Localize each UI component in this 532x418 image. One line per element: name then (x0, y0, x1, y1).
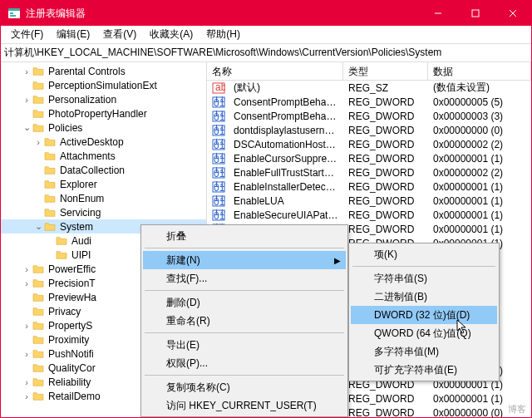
value-data: 0x00000001 (1) (428, 224, 531, 235)
value-type: REG_DWORD (343, 96, 428, 108)
list-row[interactable]: 110011ConsentPromptBehavi...REG_DWORD0x0… (207, 95, 531, 109)
menu-edit[interactable]: 编辑(E) (50, 26, 96, 43)
tree-item[interactable]: PhotoPropertyHandler (1, 106, 206, 120)
collapse-icon[interactable]: ⌄ (21, 122, 32, 133)
ctx-new-key[interactable]: 项(K) (351, 245, 497, 263)
folder-icon (32, 391, 46, 402)
tree-item[interactable]: Attachments (1, 149, 206, 163)
ctx-rename[interactable]: 重命名(R) (143, 312, 346, 330)
expand-icon[interactable]: › (21, 391, 32, 401)
tree-label: Privacy (48, 306, 81, 317)
svg-text:011: 011 (214, 111, 225, 122)
value-type: REG_DWORD (343, 209, 428, 221)
close-button[interactable] (494, 1, 531, 26)
content-area: ›Parental ControlsPerceptionSimulationEx… (1, 62, 531, 417)
minimize-button[interactable] (419, 1, 456, 26)
expand-icon[interactable]: › (21, 264, 32, 274)
ctx-new-binary[interactable]: 二进制值(B) (351, 288, 497, 306)
expand-icon[interactable]: › (21, 349, 32, 359)
ctx-export[interactable]: 导出(E) (143, 336, 346, 354)
registry-editor-window: 注册表编辑器 文件(F) 编辑(E) 查看(V) 收藏夹(A) 帮助(H) 计算… (0, 0, 532, 418)
value-name: EnableInstallerDetection (229, 181, 343, 193)
value-name: ConsentPromptBehavi... (229, 96, 343, 108)
tree-label: PerceptionSimulationExt (48, 80, 157, 91)
binary-value-icon: 110011 (212, 195, 225, 207)
list-row[interactable]: 110011EnableSecureUIAPathsREG_DWORD0x000… (207, 208, 531, 222)
list-row[interactable]: 110011DSCAutomationHostEn...REG_DWORD0x0… (207, 137, 531, 151)
value-type: REG_SZ (343, 82, 428, 94)
menu-favorites[interactable]: 收藏夹(A) (143, 26, 200, 43)
ctx-new-qword[interactable]: QWORD (64 位)值(Q) (351, 324, 497, 342)
titlebar[interactable]: 注册表编辑器 (1, 1, 531, 26)
tree-item[interactable]: ›ActiveDesktop (1, 135, 206, 149)
value-type: REG_DWORD (343, 393, 428, 405)
list-row[interactable]: 110011dontdisplaylastuserna...REG_DWORD0… (207, 123, 531, 137)
tree-label: Reliability (48, 376, 91, 388)
list-row[interactable]: ab(默认)REG_SZ(数值未设置) (207, 81, 531, 95)
binary-value-icon: 110011 (212, 167, 225, 179)
ctx-new[interactable]: 新建(N)▶ (143, 251, 346, 269)
tree-label: PrecisionT (48, 278, 96, 289)
svg-rect-1 (8, 8, 20, 11)
tree-item[interactable]: Servicing (1, 205, 206, 219)
folder-icon (44, 221, 57, 233)
menu-view[interactable]: 查看(V) (96, 26, 143, 43)
ctx-new-dword[interactable]: DWORD (32 位)值(D) (351, 306, 497, 324)
expand-icon[interactable]: › (21, 377, 32, 387)
tree-item[interactable]: ›Personalization (1, 92, 206, 106)
ctx-new-string[interactable]: 字符串值(S) (351, 269, 497, 288)
value-type: REG_DWORD (343, 407, 428, 418)
tree-item[interactable]: PerceptionSimulationExt (1, 78, 206, 92)
folder-icon (32, 94, 46, 106)
list-row[interactable]: 110011EnableFullTrustStartup...REG_DWORD… (207, 165, 531, 179)
value-type: REG_DWORD (343, 167, 428, 179)
ctx-goto-hkcu[interactable]: 访问 HKEY_CURRENT_USER(T) (143, 396, 346, 415)
list-row[interactable]: 110011EnableLUAREG_DWORD0x00000001 (1) (207, 194, 531, 208)
binary-value-icon: 110011 (212, 181, 225, 193)
col-name[interactable]: 名称 (207, 62, 343, 80)
address-value: 计算机\HKEY_LOCAL_MACHINE\SOFTWARE\Microsof… (4, 46, 441, 60)
ctx-collapse[interactable]: 折叠 (143, 227, 346, 245)
folder-icon (32, 320, 46, 332)
value-data: 0x00000002 (2) (428, 139, 531, 150)
tree-label: Parental Controls (48, 66, 126, 77)
tree-item[interactable]: Explorer (1, 177, 206, 191)
ctx-permissions[interactable]: 权限(P)... (143, 354, 346, 372)
ctx-delete[interactable]: 删除(D) (143, 293, 346, 312)
folder-icon (32, 122, 46, 134)
svg-text:011: 011 (214, 140, 225, 150)
tree-item[interactable]: NonEnum (1, 191, 206, 205)
ctx-new-expandstring[interactable]: 可扩充字符串值(E) (351, 361, 497, 379)
folder-icon (44, 150, 57, 162)
folder-icon (32, 362, 46, 374)
expand-icon[interactable]: › (21, 278, 32, 288)
value-type: REG_DWORD (343, 111, 428, 122)
tree-item[interactable]: ›Parental Controls (1, 64, 206, 78)
ctx-find[interactable]: 查找(F)... (143, 269, 346, 288)
ctx-copy-key-name[interactable]: 复制项名称(C) (143, 378, 346, 396)
collapse-icon[interactable]: ⌄ (32, 221, 44, 232)
menu-help[interactable]: 帮助(H) (200, 26, 247, 43)
tree-label: PhotoPropertyHandler (48, 108, 147, 120)
expand-icon[interactable]: › (21, 95, 32, 105)
menu-file[interactable]: 文件(F) (4, 26, 50, 43)
tree-item[interactable]: ⌄Policies (1, 120, 206, 135)
tree-label: Audi (71, 235, 91, 247)
expand-icon[interactable]: › (21, 321, 32, 331)
expand-icon[interactable]: › (32, 137, 44, 147)
tree-label: Servicing (60, 207, 101, 219)
col-data[interactable]: 数据 (428, 62, 531, 80)
svg-text:011: 011 (214, 196, 225, 207)
value-data: 0x00000001 (1) (428, 181, 531, 193)
maximize-button[interactable] (456, 1, 494, 26)
tree-label: System (60, 221, 93, 233)
tree-item[interactable]: DataCollection (1, 163, 206, 177)
list-row[interactable]: 110011EnableInstallerDetectionREG_DWORD0… (207, 179, 531, 194)
list-row[interactable]: 110011ConsentPromptBehavi...REG_DWORD0x0… (207, 109, 531, 123)
ctx-new-multistring[interactable]: 多字符串值(M) (351, 342, 497, 361)
folder-icon (44, 179, 57, 190)
col-type[interactable]: 类型 (343, 62, 428, 80)
list-row[interactable]: 110011EnableCursorSuppressi...REG_DWORD0… (207, 151, 531, 165)
address-bar[interactable]: 计算机\HKEY_LOCAL_MACHINE\SOFTWARE\Microsof… (1, 44, 531, 62)
expand-icon[interactable]: › (21, 66, 32, 76)
